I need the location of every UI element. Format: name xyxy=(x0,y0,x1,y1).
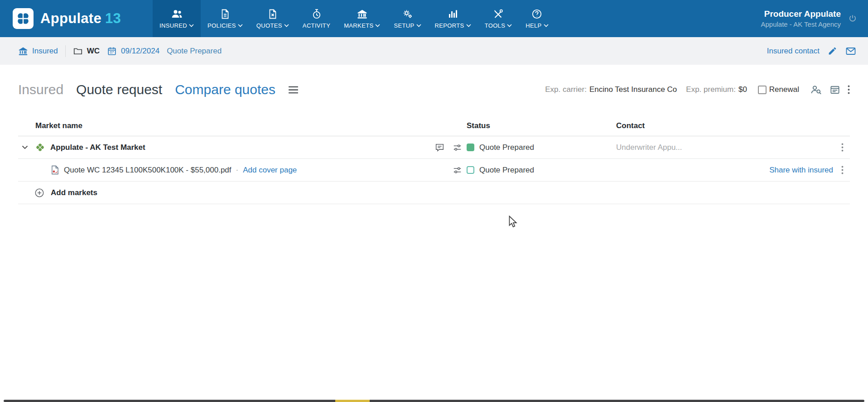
brand-name: Appulate 13 xyxy=(40,10,121,27)
quote-file-row: Quote WC 12345 L100K500K100K - $55,000.p… xyxy=(18,159,850,182)
document-icon xyxy=(220,9,231,19)
market-clover-icon xyxy=(35,143,45,152)
nav-item-tools[interactable]: TOOLS xyxy=(478,0,519,37)
pencil-icon[interactable] xyxy=(828,46,837,56)
nav-label: REPORTS xyxy=(435,22,464,29)
sliders-icon[interactable] xyxy=(452,143,463,153)
envelope-icon[interactable] xyxy=(845,46,856,57)
mouse-cursor xyxy=(508,215,518,228)
collapse-chevron-icon[interactable] xyxy=(22,145,28,149)
markets-table: Market name Status Contact xyxy=(18,115,850,204)
header-contact: Contact xyxy=(616,121,725,130)
nav-label: QUOTES xyxy=(256,22,282,29)
main-content: Insured Quote request Compare quotes Exp… xyxy=(0,82,868,204)
folder-icon xyxy=(73,46,83,56)
user-area: Producer Appulate Appulate - AK Test Age… xyxy=(761,0,868,37)
quote-meta: Exp. carrier: Encino Test Insurance Co E… xyxy=(545,84,850,95)
help-icon xyxy=(531,9,542,19)
add-markets-label: Add markets xyxy=(51,188,97,197)
plus-circle-icon xyxy=(34,188,44,198)
notes-icon[interactable] xyxy=(829,85,840,95)
message-icon[interactable] xyxy=(434,143,445,153)
breadcrumb-lob[interactable]: WC xyxy=(73,46,100,56)
nav-label: INSURED xyxy=(159,22,187,29)
sliders-icon[interactable] xyxy=(452,165,463,175)
breadcrumb-right: Insured contact xyxy=(767,46,856,57)
chevron-down-icon xyxy=(507,24,512,27)
user-name[interactable]: Producer Appulate xyxy=(761,9,841,19)
nav-label: MARKETS xyxy=(344,22,373,29)
nav-item-activity[interactable]: ACTIVITY xyxy=(296,0,337,37)
progress-bar-marker xyxy=(335,400,370,402)
chevron-down-icon xyxy=(189,24,194,27)
row-kebab-icon[interactable] xyxy=(841,143,844,152)
bank-icon xyxy=(357,9,368,19)
main-menu: INSURED POLICIES QUOTES xyxy=(153,0,555,37)
people-icon xyxy=(171,9,183,19)
bar-chart-icon xyxy=(447,9,458,19)
quote-status: Quote Prepared xyxy=(479,166,534,175)
share-with-insured-link[interactable]: Share with insured xyxy=(769,166,833,175)
nav-item-policies[interactable]: POLICIES xyxy=(201,0,250,37)
market-row: Appulate - AK Test Market Quote Prep xyxy=(18,136,850,159)
pdf-file-icon xyxy=(51,165,59,175)
nav-label: TOOLS xyxy=(485,22,506,29)
market-name[interactable]: Appulate - AK Test Market xyxy=(50,143,145,152)
brand-text: Appulate xyxy=(40,10,101,27)
add-markets-button[interactable]: Add markets xyxy=(18,182,850,204)
gear-icon xyxy=(402,9,413,19)
progress-bar xyxy=(4,400,864,402)
breadcrumb-date-label[interactable]: 09/12/2024 xyxy=(121,47,159,56)
breadcrumb-divider xyxy=(65,45,66,57)
breadcrumb-insured-label[interactable]: Insured xyxy=(32,47,58,56)
insured-contact-link[interactable]: Insured contact xyxy=(767,47,820,56)
header-market-name: Market name xyxy=(18,121,426,130)
market-contact[interactable]: Underwriter Appu... xyxy=(616,143,725,152)
nav-item-insured[interactable]: INSURED xyxy=(153,0,201,37)
top-nav: Appulate 13 INSURED xyxy=(0,0,868,37)
header-status: Status xyxy=(467,121,616,130)
exp-premium-value: $0 xyxy=(738,85,747,94)
appulate-logo-icon xyxy=(13,8,34,29)
nav-item-setup[interactable]: SETUP xyxy=(387,0,428,37)
quote-file-name[interactable]: Quote WC 12345 L100K500K100K - $55,000.p… xyxy=(64,166,231,175)
tabs-menu-icon[interactable] xyxy=(288,86,299,94)
breadcrumb-insured[interactable]: Insured xyxy=(18,46,58,56)
tab-insured[interactable]: Insured xyxy=(18,82,63,97)
exp-premium-label: Exp. premium: xyxy=(686,85,736,94)
kebab-menu-icon[interactable] xyxy=(848,85,850,94)
logout-power-icon[interactable] xyxy=(848,14,857,23)
chevron-down-icon xyxy=(416,24,421,27)
brand[interactable]: Appulate 13 xyxy=(0,0,153,37)
nav-item-help[interactable]: HELP xyxy=(519,0,555,37)
nav-item-markets[interactable]: MARKETS xyxy=(337,0,387,37)
nav-label: POLICIES xyxy=(207,22,236,29)
chevron-down-icon xyxy=(284,24,289,27)
calendar-icon xyxy=(107,46,117,56)
status-empty-square xyxy=(467,166,474,174)
breadcrumb-date[interactable]: 09/12/2024 xyxy=(107,46,159,56)
brand-version: 13 xyxy=(105,10,121,27)
renewal-checkbox[interactable] xyxy=(758,86,767,94)
nav-item-quotes[interactable]: QUOTES xyxy=(250,0,296,37)
row-kebab-icon[interactable] xyxy=(841,166,844,174)
exp-carrier-label: Exp. carrier: xyxy=(545,85,587,94)
breadcrumb-lob-label[interactable]: WC xyxy=(87,47,100,56)
find-contact-icon[interactable] xyxy=(810,84,822,95)
breadcrumb-status-label: Quote Prepared xyxy=(167,47,222,56)
nav-label: ACTIVITY xyxy=(303,22,330,29)
breadcrumb: Insured WC 09/12/2024 Quote Prepared Ins… xyxy=(0,37,868,65)
quote-document-icon xyxy=(267,9,278,19)
exp-carrier-value: Encino Test Insurance Co xyxy=(589,85,677,94)
chevron-down-icon xyxy=(375,24,380,27)
status-filled-square xyxy=(467,144,474,151)
stopwatch-icon xyxy=(311,9,322,19)
market-status: Quote Prepared xyxy=(479,143,534,152)
user-agency: Appulate - AK Test Agency xyxy=(761,20,841,28)
tab-compare-quotes[interactable]: Compare quotes xyxy=(175,82,275,97)
nav-item-reports[interactable]: REPORTS xyxy=(428,0,478,37)
add-cover-page-link[interactable]: Add cover page xyxy=(243,166,297,175)
nav-label: SETUP xyxy=(394,22,414,29)
tab-quote-request[interactable]: Quote request xyxy=(76,82,162,97)
renewal-label: Renewal xyxy=(769,85,799,94)
